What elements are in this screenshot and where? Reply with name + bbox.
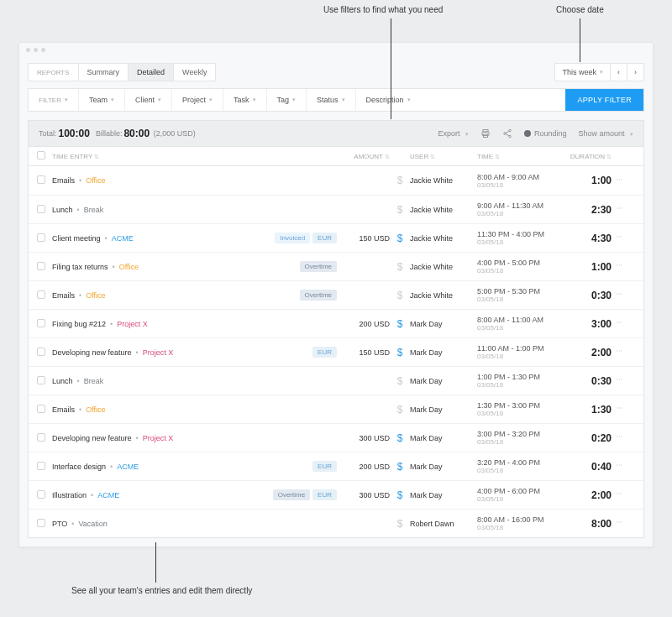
share-icon[interactable]	[502, 128, 512, 139]
project-link[interactable]: Break	[84, 377, 104, 385]
time-date: 03/05/18	[477, 495, 561, 503]
billable-icon[interactable]: $	[397, 175, 403, 186]
table-row[interactable]: Illustration•ACMEOvertimeEUR300 USD$Mark…	[29, 480, 643, 509]
print-icon[interactable]	[480, 128, 491, 139]
row-checkbox[interactable]	[37, 376, 45, 384]
filter-team[interactable]: Team▾	[79, 89, 125, 111]
date-range-button[interactable]: This week▾	[555, 64, 611, 81]
table-row[interactable]: Emails•Office$Mark Day1:30 PM - 3:00 PM0…	[29, 395, 643, 423]
table-row[interactable]: Fixing bug #212•Project X200 USD$Mark Da…	[29, 309, 643, 337]
select-all-checkbox[interactable]	[37, 151, 45, 159]
project-link[interactable]: Office	[86, 405, 105, 414]
row-menu-icon[interactable]: ⋮	[616, 348, 623, 355]
project-link[interactable]: ACME	[97, 491, 119, 499]
time-date: 03/05/18	[477, 210, 561, 217]
billable-icon[interactable]: $	[397, 461, 403, 473]
filter-status[interactable]: Status▾	[307, 89, 356, 111]
row-checkbox[interactable]	[37, 319, 45, 327]
project-link[interactable]: Break	[84, 206, 104, 214]
table-row[interactable]: Emails•Office$Jackie White8:00 AM - 9:00…	[29, 166, 643, 195]
filter-task[interactable]: Task▾	[223, 89, 267, 111]
chevron-left-icon: ‹	[617, 68, 620, 76]
billable-icon[interactable]: $	[397, 489, 403, 501]
table-row[interactable]: Developing new feature•Project XEUR150 U…	[29, 337, 643, 366]
row-menu-icon[interactable]: ⋮	[616, 176, 623, 184]
col-amount-label[interactable]: AMOUNT	[354, 153, 383, 160]
table-row[interactable]: Client meeting•ACMEInvoicedEUR150 USD$Ja…	[29, 223, 643, 252]
date-prev-button[interactable]: ‹	[611, 64, 627, 81]
project-link[interactable]: Project X	[143, 348, 174, 357]
filter-project[interactable]: Project▾	[172, 89, 223, 111]
tab-weekly[interactable]: Weekly	[174, 64, 215, 81]
table-row[interactable]: Emails•OfficeOvertime$Jackie White5:00 P…	[29, 280, 643, 309]
filter-label[interactable]: FILTER▾	[29, 89, 79, 111]
row-checkbox[interactable]	[37, 490, 45, 499]
row-checkbox[interactable]	[37, 433, 45, 442]
row-checkbox[interactable]	[37, 405, 45, 413]
billable-icon[interactable]: $	[397, 204, 403, 216]
col-entry-label[interactable]: TIME ENTRY	[52, 153, 92, 160]
tab-detailed[interactable]: Detailed	[129, 64, 174, 81]
row-menu-icon[interactable]: ⋮	[616, 462, 623, 469]
time-date: 03/05/18	[477, 353, 561, 360]
row-checkbox[interactable]	[37, 519, 45, 527]
billable-icon[interactable]: $	[397, 375, 403, 387]
report-tabs: REPORTS Summary Detailed Weekly	[28, 63, 216, 81]
row-menu-icon[interactable]: ⋮	[616, 262, 623, 269]
table-header: TIME ENTRY⇅ AMOUNT⇅ USER⇅ TIME⇅ DURATION…	[28, 146, 644, 166]
filter-client[interactable]: Client▾	[125, 89, 172, 111]
chevron-right-icon: ›	[634, 68, 637, 76]
filter-tag[interactable]: Tag▾	[267, 89, 307, 111]
project-link[interactable]: Office	[86, 176, 105, 185]
row-checkbox[interactable]	[37, 233, 45, 242]
project-link[interactable]: Office	[86, 291, 105, 300]
billable-icon[interactable]: $	[397, 432, 403, 444]
export-button[interactable]: Export ▾	[438, 129, 469, 138]
billable-icon[interactable]: $	[397, 347, 403, 358]
row-menu-icon[interactable]: ⋮	[616, 519, 623, 526]
project-link[interactable]: Vacation	[79, 520, 108, 528]
row-menu-icon[interactable]: ⋮	[616, 433, 623, 441]
row-menu-icon[interactable]: ⋮	[616, 233, 623, 241]
row-menu-icon[interactable]: ⋮	[616, 376, 623, 384]
row-menu-icon[interactable]: ⋮	[616, 290, 623, 298]
col-duration-label[interactable]: DURATION	[570, 153, 605, 160]
rounding-toggle[interactable]: Rounding	[524, 129, 567, 138]
table-row[interactable]: Interface design•ACMEEUR200 USD$Mark Day…	[29, 452, 643, 480]
billable-icon[interactable]: $	[397, 318, 403, 330]
project-link[interactable]: ACME	[112, 234, 134, 243]
billable-icon[interactable]: $	[397, 518, 403, 530]
row-checkbox[interactable]	[37, 205, 45, 213]
amount-value: 200 USD	[339, 320, 390, 328]
row-checkbox[interactable]	[37, 262, 45, 270]
tab-summary[interactable]: Summary	[79, 64, 129, 81]
col-time-label[interactable]: TIME	[477, 153, 493, 160]
row-checkbox[interactable]	[37, 175, 45, 184]
project-link[interactable]: Project X	[117, 320, 148, 328]
table-row[interactable]: Lunch•Break$Jackie White9:00 AM - 11:30 …	[29, 195, 643, 223]
project-link[interactable]: Project X	[143, 434, 174, 442]
billable-icon[interactable]: $	[397, 290, 403, 301]
row-menu-icon[interactable]: ⋮	[616, 319, 623, 327]
show-amount-button[interactable]: Show amount ▾	[578, 129, 633, 138]
billable-icon[interactable]: $	[397, 233, 403, 244]
row-checkbox[interactable]	[37, 462, 45, 470]
table-row[interactable]: Developing new feature•Project X300 USD$…	[29, 423, 643, 452]
date-next-button[interactable]: ›	[627, 64, 643, 81]
filter-description[interactable]: Description▾	[356, 89, 421, 111]
project-link[interactable]: ACME	[117, 463, 139, 471]
time-range: 8:00 AM - 16:00 PM	[477, 515, 561, 524]
row-menu-icon[interactable]: ⋮	[616, 490, 623, 498]
table-row[interactable]: Filing tax returns•OfficeOvertime$Jackie…	[29, 252, 643, 280]
apply-filter-button[interactable]: APPLY FILTER	[565, 89, 643, 111]
col-user-label[interactable]: USER	[410, 153, 428, 160]
row-checkbox[interactable]	[37, 348, 45, 356]
table-row[interactable]: Lunch•Break$Mark Day1:00 PM - 1:30 PM03/…	[29, 366, 643, 395]
table-row[interactable]: PTO•Vacation$Robert Dawn8:00 AM - 16:00 …	[29, 509, 643, 537]
row-menu-icon[interactable]: ⋮	[616, 205, 623, 212]
row-menu-icon[interactable]: ⋮	[616, 405, 623, 412]
row-checkbox[interactable]	[37, 290, 45, 299]
project-link[interactable]: Office	[119, 263, 139, 271]
billable-icon[interactable]: $	[397, 404, 403, 416]
billable-icon[interactable]: $	[397, 261, 403, 273]
